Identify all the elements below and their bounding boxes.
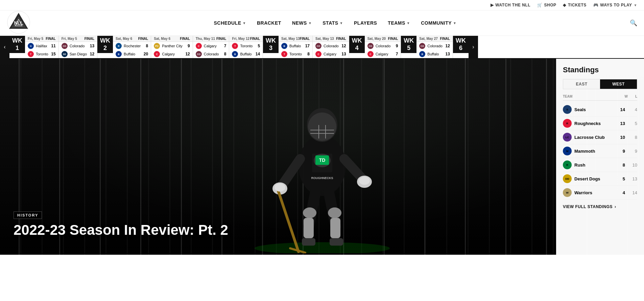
losses-desertdogs: 13 — [628, 176, 637, 181]
standings-row-lacrosse[interactable]: LC Lacrosse Club 10 8 — [563, 130, 637, 144]
search-button[interactable]: 🔍 — [630, 19, 637, 27]
nav-teams[interactable]: TEAMS ▼ — [382, 13, 415, 33]
week-label-1: WK 1 — [9, 36, 25, 53]
ways-to-play-link[interactable]: 🎮 WAYS TO PLAY ▼ — [593, 3, 637, 7]
team-name-lacrosse: Lacrosse Club — [574, 135, 613, 140]
week-label-4: WK 4 — [349, 36, 365, 53]
main-nav: NLL SCHEDULE ▼ BRACKET NEWS ▼ STATS ▼ PL… — [0, 10, 644, 36]
game-row[interactable]: B Buffalo 13 — [416, 50, 453, 58]
view-full-standings-link[interactable]: VIEW FULL STANDINGS › — [563, 204, 637, 209]
watch-label: WATCH THE NLL — [495, 3, 530, 7]
game-row[interactable]: CO Colorado 12 — [416, 42, 453, 50]
team-logo-colorado3: CO — [315, 43, 321, 49]
game-row[interactable]: T Toronto 5 — [229, 42, 263, 50]
standings-row-desertdogs[interactable]: DD Desert Dogs 5 13 — [563, 172, 637, 186]
standings-sidebar: Standings EAST WEST TEAM W L S Seals 14 … — [556, 59, 644, 255]
team-name-rush: Rush — [574, 162, 613, 168]
ways-icon: 🎮 — [593, 3, 599, 7]
team-logo-buffalo: B — [116, 51, 122, 57]
wins-rush: 8 — [616, 162, 625, 168]
watch-nll-link[interactable]: ▶ WATCH THE NLL — [491, 3, 530, 7]
game-row[interactable]: C Calgary 13 — [313, 50, 349, 58]
standings-header: TEAM W L — [563, 95, 637, 101]
teams-chevron: ▼ — [407, 21, 410, 25]
logo-mammoth: M — [563, 147, 572, 155]
game-row[interactable]: B Buffalo 17 — [279, 42, 312, 50]
standings-tabs: EAST WEST — [563, 79, 637, 89]
nav-bracket[interactable]: BRACKET — [252, 13, 287, 33]
top-bar: ▶ WATCH THE NLL 🛒 SHOP ◆ TICKETS 🎮 WAYS … — [0, 0, 644, 10]
hero-section: TD ROUGHNECKS HISTORY 2022-23 Season I — [0, 59, 644, 255]
nav-stats[interactable]: STATS ▼ — [317, 13, 349, 33]
shop-icon: 🛒 — [537, 3, 543, 7]
game-row[interactable]: PC Panther City 9 — [151, 42, 193, 50]
logo-rush: R — [563, 160, 572, 169]
game-row[interactable]: R Rochester 8 — [113, 42, 151, 50]
game-row[interactable]: CO Colorado 8 — [193, 50, 229, 58]
standings-row-warriors[interactable]: W Warriors 4 14 — [563, 186, 637, 200]
game-group-3-2: Sat, May 13 FINAL CO Colorado 12 C Calga… — [313, 36, 349, 58]
game-row[interactable]: C Calgary 7 — [365, 50, 401, 58]
nav-links: SCHEDULE ▼ BRACKET NEWS ▼ STATS ▼ PLAYER… — [41, 13, 630, 33]
schedule-chevron: ▼ — [243, 21, 246, 25]
game-row[interactable]: CO Colorado 9 — [365, 42, 401, 50]
game-header-1-2: Fri, May 5 FINAL — [59, 36, 97, 42]
scores-next-button[interactable]: › — [469, 36, 478, 58]
team-name-mammoth: Mammoth — [574, 149, 613, 154]
losses-seals: 4 — [628, 107, 637, 112]
tab-east[interactable]: EAST — [563, 79, 600, 89]
logo-seals: S — [563, 105, 572, 114]
shop-link[interactable]: 🛒 SHOP — [537, 3, 556, 7]
team-logo-buffalo2: B — [232, 51, 238, 57]
game-row[interactable]: CO Colorado 13 — [59, 42, 97, 50]
losses-lacrosse: 8 — [628, 135, 637, 140]
team-logo-calgary: C — [154, 51, 160, 57]
team-logo-colorado5: CO — [419, 43, 425, 49]
game-row[interactable]: SD San Diego 12 — [59, 50, 97, 58]
team-name-desertdogs: Desert Dogs — [574, 176, 613, 181]
nav-news[interactable]: NEWS ▼ — [287, 13, 317, 33]
game-header-2-4: Fri, May 12 FINAL — [229, 36, 263, 42]
nav-schedule[interactable]: SCHEDULE ▼ — [209, 13, 252, 33]
game-row[interactable]: CO Colorado 12 — [313, 42, 349, 50]
scores-prev-button[interactable]: ‹ — [0, 36, 9, 58]
standings-row-seals[interactable]: S Seals 14 4 — [563, 103, 637, 117]
logo-desertdogs: DD — [563, 174, 572, 183]
team-logo-calgary4: C — [367, 51, 374, 57]
week-label-5: WK 5 — [401, 36, 416, 53]
ways-chevron-icon: ▼ — [634, 3, 637, 7]
wins-roughnecks: 13 — [616, 121, 625, 126]
game-row[interactable]: B Buffalo 14 — [229, 50, 263, 58]
stats-chevron: ▼ — [340, 21, 343, 25]
team-logo-buffalo4: B — [419, 51, 425, 57]
team-logo-rochester: R — [116, 43, 122, 49]
game-group-2-1: Sat, May 6 FINAL R Rochester 8 B Buffalo… — [113, 36, 151, 58]
standings-title: Standings — [563, 66, 637, 74]
tab-west[interactable]: WEST — [600, 79, 637, 89]
team-name-seals: Seals — [574, 107, 613, 112]
game-row[interactable]: B Buffalo 20 — [113, 50, 151, 58]
tickets-link[interactable]: ◆ TICKETS — [563, 3, 586, 7]
nav-community[interactable]: COMMUNITY ▼ — [415, 13, 462, 33]
game-row[interactable]: C Calgary 12 — [151, 50, 193, 58]
nll-logo[interactable]: NLL — [7, 10, 30, 35]
standings-row-roughnecks[interactable]: R Roughnecks 13 5 — [563, 117, 637, 130]
hero-title: 2022-23 Season In Review: Pt. 2 — [14, 222, 228, 238]
game-row[interactable]: C Calgary 7 — [193, 42, 229, 50]
hero-tag: HISTORY — [14, 211, 42, 219]
standings-row-rush[interactable]: R Rush 8 10 — [563, 158, 637, 172]
week-block-6: WK 6 — [453, 36, 469, 58]
game-row[interactable]: T Toronto 8 — [279, 50, 312, 58]
wins-warriors: 4 — [616, 190, 625, 195]
game-header-2-3: Thu, May 11 FINAL — [193, 36, 229, 42]
game-group-3-1: Sat, May 13 FINAL B Buffalo 17 T Toronto… — [279, 36, 313, 58]
game-row[interactable]: H Halifax 11 — [25, 42, 58, 50]
losses-mammoth: 9 — [628, 149, 637, 154]
game-row[interactable]: T Toronto 15 — [25, 50, 58, 58]
standings-row-mammoth[interactable]: M Mammoth 9 9 — [563, 144, 637, 158]
week-block-5: WK 5 — [401, 36, 416, 58]
game-header-3-1: Sat, May 13 FINAL — [279, 36, 312, 42]
nav-players[interactable]: PLAYERS — [349, 13, 382, 33]
logo-roughnecks: R — [563, 119, 572, 128]
logo-lacrosse: LC — [563, 133, 572, 142]
